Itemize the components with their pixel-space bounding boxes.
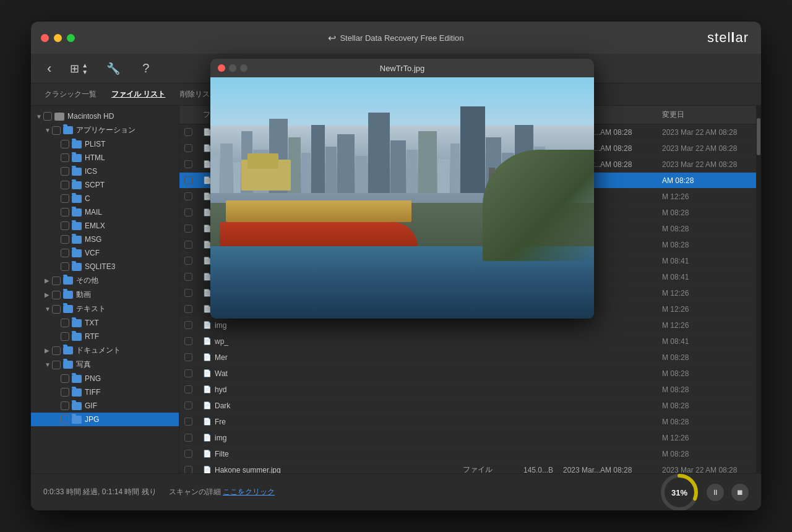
item-checkbox[interactable] (61, 235, 69, 244)
pause-button[interactable]: ⏸ (707, 484, 724, 501)
sidebar-item-scpt[interactable]: ▶ SCPT (31, 178, 179, 192)
col-header-modified[interactable]: 変更日 (657, 109, 756, 120)
stop-button[interactable]: ⏹ (731, 484, 749, 501)
row-checkbox[interactable] (179, 160, 198, 168)
sidebar-item-txt[interactable]: ▶ TXT (31, 316, 179, 330)
table-row[interactable]: 📄 Hakone summer.jpg ファイル 145.0...B 2023 … (179, 462, 756, 473)
item-checkbox[interactable] (61, 415, 69, 424)
row-checkbox[interactable] (179, 241, 198, 249)
sidebar-item-macintosh-hd[interactable]: ▼ Macintosh HD (31, 109, 179, 123)
row-checkbox[interactable] (179, 401, 198, 410)
sidebar-item-photos[interactable]: ▼ 写真 (31, 358, 179, 372)
item-checkbox[interactable] (52, 291, 61, 299)
row-checkbox[interactable] (179, 353, 198, 361)
sidebar-item-documents[interactable]: ▶ ドキュメント (31, 343, 179, 358)
row-checkbox[interactable] (179, 208, 198, 217)
item-checkbox[interactable] (43, 112, 52, 121)
table-row[interactable]: 📄 Dark M 08:28 (179, 398, 756, 414)
row-checkbox[interactable] (179, 434, 198, 442)
sidebar-item-png[interactable]: ▶ PNG (31, 372, 179, 385)
row-checkbox[interactable] (179, 257, 198, 265)
table-row[interactable]: 📄 wp_ M 08:41 (179, 333, 756, 350)
item-checkbox[interactable] (61, 249, 69, 257)
row-checkbox[interactable] (179, 466, 198, 473)
item-checkbox[interactable] (52, 277, 61, 285)
table-row[interactable]: 📄 hyd M 08:28 (179, 382, 756, 398)
row-checkbox[interactable] (179, 176, 198, 184)
sidebar-item-video[interactable]: ▶ 動画 (31, 288, 179, 302)
tab-filelist[interactable]: ファイル リスト (105, 87, 171, 102)
item-checkbox[interactable] (52, 361, 61, 369)
item-checkbox[interactable] (61, 208, 69, 217)
scrollbar-thumb[interactable] (757, 118, 760, 155)
item-checkbox[interactable] (61, 221, 69, 230)
row-checkbox[interactable] (179, 418, 198, 426)
sidebar-item-tiff[interactable]: ▶ TIFF (31, 385, 179, 399)
row-checkbox[interactable] (179, 225, 198, 233)
row-checkbox[interactable] (179, 144, 198, 152)
help-button[interactable]: ? (139, 59, 153, 78)
preview-close-button[interactable] (218, 64, 225, 72)
folder-icon (72, 375, 82, 383)
item-checkbox[interactable] (61, 374, 69, 383)
row-checkbox[interactable] (179, 369, 198, 377)
maximize-button[interactable] (67, 34, 75, 42)
close-button[interactable] (41, 34, 49, 42)
row-checkbox[interactable] (179, 337, 198, 345)
sidebar-item-label: TIFF (85, 388, 100, 397)
item-checkbox[interactable] (52, 126, 61, 135)
sidebar-item-plist[interactable]: ▶ PLIST (31, 137, 179, 151)
sidebar-item-others[interactable]: ▶ その他 (31, 273, 179, 288)
item-checkbox[interactable] (61, 388, 69, 397)
row-checkbox[interactable] (179, 128, 198, 136)
item-checkbox[interactable] (61, 332, 69, 341)
sidebar-item-text[interactable]: ▼ テキスト (31, 302, 179, 316)
table-row[interactable]: 📄 Filte M 08:28 (179, 446, 756, 462)
sidebar-item-mail[interactable]: ▶ MAIL (31, 205, 179, 219)
item-checkbox[interactable] (61, 401, 69, 410)
item-checkbox[interactable] (52, 346, 61, 355)
scrollbar[interactable] (756, 106, 761, 473)
table-row[interactable]: 📄 Wat M 08:28 (179, 366, 756, 382)
tools-button[interactable]: 🔧 (103, 59, 124, 78)
item-checkbox[interactable] (61, 181, 69, 189)
row-modified: AM 08:28 (657, 176, 756, 185)
table-row[interactable]: 📄 img M 12:26 (179, 430, 756, 446)
sidebar-item-emlx[interactable]: ▶ EMLX (31, 219, 179, 233)
item-checkbox[interactable] (61, 153, 69, 162)
sidebar-item-vcf[interactable]: ▶ VCF (31, 246, 179, 260)
sidebar-item-html[interactable]: ▶ HTML (31, 151, 179, 165)
row-checkbox[interactable] (179, 289, 198, 297)
scan-link[interactable]: ここをクリック (223, 487, 275, 496)
row-checkbox[interactable] (179, 273, 198, 281)
row-checkbox[interactable] (179, 192, 198, 200)
row-checkbox[interactable] (179, 385, 198, 393)
item-checkbox[interactable] (61, 262, 69, 271)
item-checkbox[interactable] (61, 167, 69, 176)
table-row[interactable]: 📄 img M 12:26 (179, 317, 756, 333)
preview-minimize-button[interactable] (229, 64, 236, 72)
table-row[interactable]: 📄 Fre M 08:28 (179, 414, 756, 430)
sidebar-item-msg[interactable]: ▶ MSG (31, 233, 179, 246)
view-toggle[interactable]: ⊞ ▲▼ (70, 62, 88, 75)
item-checkbox[interactable] (52, 305, 61, 314)
sidebar-item-ics[interactable]: ▶ ICS (31, 165, 179, 178)
row-checkbox[interactable] (179, 450, 198, 458)
table-row[interactable]: 📄 Mer M 08:28 (179, 350, 756, 366)
row-checkbox[interactable] (179, 305, 198, 313)
row-checkbox[interactable] (179, 321, 198, 329)
sidebar-item-applications[interactable]: ▼ アプリケーション (31, 123, 179, 137)
item-checkbox[interactable] (61, 140, 69, 148)
sidebar-item-gif[interactable]: ▶ GIF (31, 399, 179, 413)
back-button[interactable]: ‹ (43, 58, 55, 79)
item-checkbox[interactable] (61, 319, 69, 327)
sidebar-item-rtf[interactable]: ▶ RTF (31, 330, 179, 343)
preview-maximize-button[interactable] (240, 64, 248, 72)
minimize-button[interactable] (54, 34, 62, 42)
row-modified: M 08:28 (657, 369, 756, 378)
tab-classic[interactable]: クラシック一覧 (38, 87, 103, 102)
sidebar-item-c[interactable]: ▶ C (31, 192, 179, 205)
sidebar-item-sqlite3[interactable]: ▶ SQLITE3 (31, 260, 179, 273)
item-checkbox[interactable] (61, 194, 69, 203)
sidebar-item-jpg[interactable]: ▶ JPG (31, 413, 179, 426)
